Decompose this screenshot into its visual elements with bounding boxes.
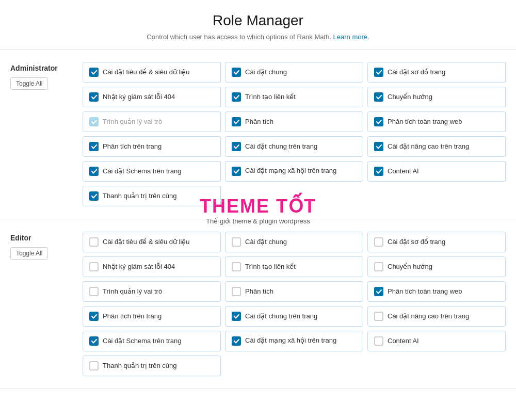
checkbox-trinh-quan-ly-vai-tro[interactable] — [89, 287, 99, 296]
perm-item-trinh-quan-ly-vai-tro[interactable]: Trình quản lý vai trò — [83, 111, 221, 132]
page-header: Role Manager Control which user has acce… — [0, 0, 516, 50]
checkbox-wrapper-chuyen-huong — [374, 92, 383, 102]
perm-item-phan-tich-toan-trang-web[interactable]: Phân tích toàn trang web — [367, 111, 506, 132]
perm-item-phan-tich[interactable]: Phân tích — [225, 111, 363, 132]
checkbox-cai-dat-chung-tren-trang[interactable] — [232, 142, 241, 151]
perm-item-cai-dat-mang-xa-hoi-tren-trang[interactable]: Cài đặt mạng xã hội trên trang — [225, 161, 363, 182]
perm-item-cai-dat-so-do-trang[interactable]: Cài đặt sơ đồ trang — [367, 62, 506, 83]
perm-item-cai-dat-tieu-de[interactable]: Cài đặt tiêu đề & siêu dữ liệu — [83, 232, 221, 252]
perm-item-content-ai[interactable]: Content AI — [367, 331, 506, 351]
toggle-all-button-editor[interactable]: Toggle All — [10, 247, 48, 260]
checkbox-cai-dat-tieu-de[interactable] — [89, 237, 99, 247]
perm-item-phan-tich-tren-trang[interactable]: Phân tích trên trang — [83, 306, 221, 327]
perm-label-cai-dat-chung: Cài đặt chung — [245, 238, 287, 247]
checkbox-cai-dat-chung-tren-trang[interactable] — [232, 312, 241, 321]
checkbox-cai-dat-mang-xa-hoi-tren-trang[interactable] — [232, 167, 241, 176]
perm-label-content-ai: Content AI — [388, 167, 419, 176]
perm-label-cai-dat-mang-xa-hoi-tren-trang: Cài đặt mạng xã hội trên trang — [245, 167, 336, 175]
checkbox-phan-tich[interactable] — [232, 287, 241, 296]
perm-label-trinh-quan-ly-vai-tro: Trình quản lý vai trò — [103, 287, 162, 296]
learn-more-link[interactable]: Learn more — [333, 33, 367, 41]
checkbox-phan-tich-toan-trang-web[interactable] — [374, 287, 383, 296]
checkbox-cai-dat-so-do-trang[interactable] — [374, 237, 383, 247]
checkbox-cai-dat-mang-xa-hoi-tren-trang[interactable] — [232, 336, 241, 346]
perm-label-trinh-tao-lien-ket: Trình tạo liên kết — [245, 93, 296, 102]
checkbox-wrapper-phan-tich — [232, 287, 241, 296]
perm-label-nhat-ky-404: Nhật ký giám sát lỗi 404 — [103, 263, 175, 271]
checkbox-chuyen-huong[interactable] — [374, 92, 383, 102]
checkbox-wrapper-nhat-ky-404 — [89, 92, 99, 102]
checkbox-cai-dat-so-do-trang[interactable] — [374, 68, 383, 77]
checkbox-wrapper-cai-dat-schema-tren-trang — [89, 167, 99, 176]
checkbox-content-ai[interactable] — [374, 167, 383, 176]
perm-item-thanh-quan-tri-tren-cung[interactable]: Thanh quản trị trên cùng — [83, 186, 221, 206]
checkbox-phan-tich[interactable] — [232, 117, 241, 126]
role-section-administrator: AdministratorToggle All Cài đặt tiêu đề … — [0, 50, 516, 219]
toggle-all-button-administrator[interactable]: Toggle All — [10, 77, 48, 90]
checkbox-wrapper-cai-dat-mang-xa-hoi-tren-trang — [232, 336, 241, 346]
checkbox-wrapper-cai-dat-so-do-trang — [374, 68, 383, 77]
perm-item-cai-dat-chung[interactable]: Cài đặt chung — [225, 62, 363, 83]
checkbox-wrapper-trinh-tao-lien-ket — [232, 262, 241, 271]
checkbox-chuyen-huong[interactable] — [374, 262, 383, 271]
perm-label-thanh-quan-tri-tren-cung: Thanh quản trị trên cùng — [103, 362, 177, 370]
perm-item-chuyen-huong[interactable]: Chuyển hướng — [367, 87, 506, 107]
perm-label-phan-tich: Phân tích — [245, 287, 273, 296]
perm-item-cai-dat-nang-cao-tren-trang[interactable]: Cài đặt nâng cao trên trang — [367, 306, 506, 327]
checkbox-cai-dat-schema-tren-trang[interactable] — [89, 167, 99, 176]
perm-label-cai-dat-tieu-de: Cài đặt tiêu đề & siêu dữ liệu — [103, 68, 190, 77]
perm-item-trinh-tao-lien-ket[interactable]: Trình tạo liên kết — [225, 256, 363, 277]
permissions-grid-administrator: Cài đặt tiêu đề & siêu dữ liệu Cài đặt c… — [83, 62, 506, 206]
perm-label-phan-tich: Phân tích — [245, 118, 273, 126]
checkbox-phan-tich-toan-trang-web[interactable] — [374, 117, 383, 126]
checkbox-trinh-tao-lien-ket[interactable] — [232, 92, 241, 102]
checkbox-nhat-ky-404[interactable] — [89, 262, 99, 271]
checkbox-thanh-quan-tri-tren-cung[interactable] — [89, 191, 99, 201]
checkbox-trinh-quan-ly-vai-tro[interactable] — [89, 117, 99, 126]
checkbox-wrapper-cai-dat-nang-cao-tren-trang — [374, 142, 383, 151]
perm-item-phan-tich[interactable]: Phân tích — [225, 281, 363, 302]
checkbox-phan-tich-tren-trang[interactable] — [89, 142, 99, 151]
checkbox-cai-dat-nang-cao-tren-trang[interactable] — [374, 142, 383, 151]
checkbox-wrapper-cai-dat-tieu-de — [89, 237, 99, 247]
permissions-grid-editor: Cài đặt tiêu đề & siêu dữ liệuCài đặt ch… — [83, 232, 506, 376]
perm-item-nhat-ky-404[interactable]: Nhật ký giám sát lỗi 404 — [83, 87, 221, 107]
checkbox-phan-tich-tren-trang[interactable] — [89, 312, 99, 321]
checkbox-nhat-ky-404[interactable] — [89, 92, 99, 102]
perm-item-cai-dat-chung-tren-trang[interactable]: Cài đặt chung trên trang — [225, 136, 363, 157]
checkbox-cai-dat-chung[interactable] — [232, 68, 241, 77]
checkbox-thanh-quan-tri-tren-cung[interactable] — [89, 361, 99, 370]
perm-item-cai-dat-so-do-trang[interactable]: Cài đặt sơ đồ trang — [367, 232, 506, 252]
perm-item-trinh-tao-lien-ket[interactable]: Trình tạo liên kết — [225, 87, 363, 107]
perm-item-thanh-quan-tri-tren-cung[interactable]: Thanh quản trị trên cùng — [83, 356, 221, 376]
perm-item-cai-dat-schema-tren-trang[interactable]: Cài đặt Schema trên trang — [83, 331, 221, 351]
perm-item-cai-dat-mang-xa-hoi-tren-trang[interactable]: Cài đặt mạng xã hội trên trang — [225, 331, 363, 351]
perm-label-cai-dat-schema-tren-trang: Cài đặt Schema trên trang — [103, 167, 182, 176]
perm-label-chuyen-huong: Chuyển hướng — [388, 93, 432, 102]
checkbox-cai-dat-nang-cao-tren-trang[interactable] — [374, 312, 383, 321]
perm-label-cai-dat-nang-cao-tren-trang: Cài đặt nâng cao trên trang — [388, 312, 469, 321]
checkbox-cai-dat-schema-tren-trang[interactable] — [89, 336, 99, 346]
perm-item-trinh-quan-ly-vai-tro[interactable]: Trình quản lý vai trò — [83, 281, 221, 302]
perm-item-phan-tich-toan-trang-web[interactable]: Phân tích toàn trang web — [367, 281, 506, 302]
perm-label-cai-dat-chung: Cài đặt chung — [245, 68, 287, 77]
checkbox-cai-dat-tieu-de[interactable] — [89, 68, 99, 77]
checkbox-wrapper-phan-tich-tren-trang — [89, 142, 99, 151]
checkbox-wrapper-phan-tich-toan-trang-web — [374, 117, 383, 126]
perm-item-cai-dat-nang-cao-tren-trang[interactable]: Cài đặt nâng cao trên trang — [367, 136, 506, 157]
perm-item-content-ai[interactable]: Content AI — [367, 161, 506, 182]
perm-item-cai-dat-chung-tren-trang[interactable]: Cài đặt chung trên trang — [225, 306, 363, 327]
perm-label-cai-dat-so-do-trang: Cài đặt sơ đồ trang — [388, 238, 445, 247]
checkbox-content-ai[interactable] — [374, 336, 383, 346]
checkbox-wrapper-cai-dat-nang-cao-tren-trang — [374, 312, 383, 321]
perm-item-chuyen-huong[interactable]: Chuyển hướng — [367, 256, 506, 277]
checkbox-trinh-tao-lien-ket[interactable] — [232, 262, 241, 271]
perm-item-cai-dat-tieu-de[interactable]: Cài đặt tiêu đề & siêu dữ liệu — [83, 62, 221, 83]
checkbox-cai-dat-chung[interactable] — [232, 237, 241, 247]
checkbox-wrapper-trinh-quan-ly-vai-tro — [89, 117, 99, 126]
checkbox-wrapper-trinh-tao-lien-ket — [232, 92, 241, 102]
perm-item-cai-dat-chung[interactable]: Cài đặt chung — [225, 232, 363, 252]
perm-item-phan-tich-tren-trang[interactable]: Phân tích trên trang — [83, 136, 221, 157]
perm-item-cai-dat-schema-tren-trang[interactable]: Cài đặt Schema trên trang — [83, 161, 221, 182]
perm-item-nhat-ky-404[interactable]: Nhật ký giám sát lỗi 404 — [83, 256, 221, 277]
